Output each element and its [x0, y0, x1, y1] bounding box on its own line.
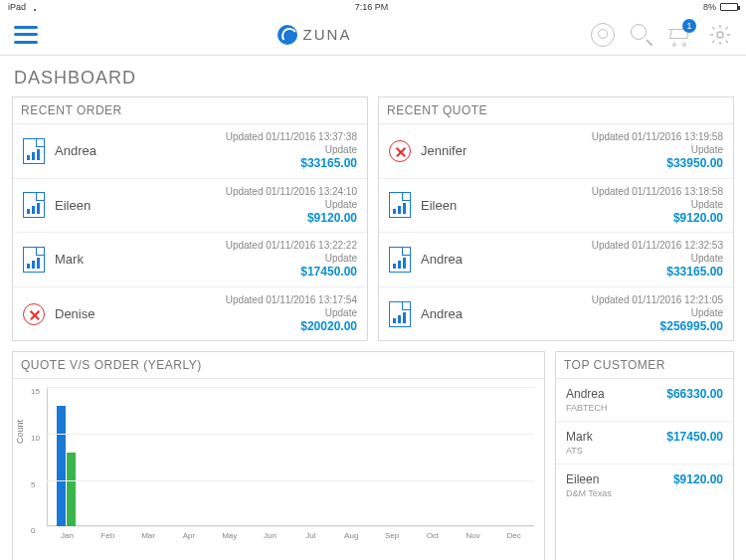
y-tick: 15	[31, 387, 40, 396]
chart-header: QUOTE V/S ORDER (YEARLY)	[13, 352, 544, 379]
list-item[interactable]: JenniferUpdated 01/11/2016 13:19:58Updat…	[379, 124, 733, 179]
list-item[interactable]: DeniseUpdated 01/11/2016 13:17:54Update$…	[13, 287, 367, 341]
list-item[interactable]: EileenUpdated 01/11/2016 13:18:58Update$…	[379, 179, 733, 234]
chart-legend: Quote Order	[13, 548, 544, 560]
page-title: DASHBOARD	[14, 68, 734, 89]
list-item[interactable]: EileenUpdated 01/11/2016 13:24:10Update$…	[13, 179, 367, 234]
item-name: Mark	[55, 252, 124, 267]
month-column: Jan	[47, 387, 88, 526]
recent-order-panel: RECENT ORDER AndreaUpdated 01/11/2016 13…	[12, 96, 368, 341]
document-chart-icon	[389, 247, 411, 273]
item-name: Andrea	[421, 306, 490, 321]
month-column: Apr	[168, 387, 209, 526]
top-bar: ZUNA 1	[0, 14, 746, 56]
customer-amount: $9120.00	[673, 472, 723, 486]
customer-name: Andrea	[566, 387, 605, 401]
customer-amount: $66330.00	[666, 387, 723, 401]
recent-quote-list: JenniferUpdated 01/11/2016 13:19:58Updat…	[379, 124, 733, 340]
item-name: Andrea	[421, 252, 490, 267]
gridline	[47, 480, 534, 481]
document-chart-icon	[389, 301, 411, 327]
cancel-icon	[389, 140, 411, 162]
item-meta: Updated 01/11/2016 13:37:38Update$33165.…	[226, 130, 357, 172]
month-column: Feb	[88, 387, 128, 526]
device-label: iPad	[8, 2, 26, 12]
item-name: Eileen	[421, 198, 490, 213]
item-name: Eileen	[55, 198, 124, 213]
y-tick: 0	[31, 526, 35, 535]
cart-badge: 1	[682, 19, 696, 33]
bar-quote	[57, 406, 66, 526]
menu-button[interactable]	[14, 26, 38, 44]
list-item[interactable]: MarkUpdated 01/11/2016 13:22:22Update$17…	[13, 233, 367, 287]
search-button[interactable]	[631, 24, 653, 46]
month-column: Sep	[372, 387, 413, 526]
x-tick: Apr	[168, 531, 209, 540]
document-chart-icon	[23, 192, 45, 218]
item-meta: Updated 01/11/2016 12:21:05Update$256995…	[592, 293, 723, 335]
month-column: Jun	[250, 387, 290, 526]
month-column: Aug	[331, 387, 372, 526]
item-meta: Updated 01/11/2016 13:24:10Update$9120.0…	[226, 185, 357, 227]
customer-company: D&M Texas	[566, 488, 723, 498]
customer-item[interactable]: Eileen$9120.00D&M Texas	[556, 465, 733, 506]
item-name: Denise	[55, 306, 124, 321]
settings-button[interactable]	[708, 23, 732, 47]
recent-order-list: AndreaUpdated 01/11/2016 13:37:38Update$…	[13, 124, 367, 340]
item-meta: Updated 01/11/2016 12:32:53Update$33165.…	[592, 239, 723, 280]
item-meta: Updated 01/11/2016 13:17:54Update$20020.…	[226, 293, 357, 335]
customer-company: FABTECH	[566, 403, 723, 413]
list-item[interactable]: AndreaUpdated 01/11/2016 12:32:53Update$…	[379, 233, 733, 287]
battery-percent: 8%	[703, 2, 716, 12]
customer-item[interactable]: Andrea$66330.00FABTECH	[556, 379, 733, 422]
profile-button[interactable]	[591, 23, 615, 47]
document-chart-icon	[23, 247, 45, 273]
x-tick: Aug	[331, 531, 372, 540]
month-column: May	[209, 387, 250, 526]
y-tick: 10	[31, 434, 40, 443]
top-customer-header: TOP CUSTOMER	[556, 352, 733, 379]
recent-order-header: RECENT ORDER	[13, 97, 367, 124]
x-tick: Jan	[47, 531, 88, 540]
item-meta: Updated 01/11/2016 13:18:58Update$9120.0…	[592, 185, 723, 227]
x-tick: Oct	[412, 531, 453, 540]
chart-area: Count JanFebMarAprMayJunJulAugSepOctNovD…	[13, 379, 544, 548]
bar-order	[67, 453, 76, 527]
list-item[interactable]: AndreaUpdated 01/11/2016 13:37:38Update$…	[13, 124, 367, 179]
month-column: Mar	[128, 387, 169, 526]
item-name: Jennifer	[421, 143, 490, 158]
customer-name: Eileen	[566, 472, 599, 486]
brand: ZUNA	[278, 25, 352, 45]
bars-area: JanFebMarAprMayJunJulAugSepOctNovDec	[47, 387, 534, 526]
wifi-icon	[30, 3, 40, 11]
customer-item[interactable]: Mark$17450.00ATS	[556, 422, 733, 465]
document-chart-icon	[389, 192, 411, 218]
recent-quote-header: RECENT QUOTE	[379, 97, 733, 124]
x-tick: Sep	[372, 531, 413, 540]
gridline	[47, 434, 534, 435]
customer-name: Mark	[566, 430, 593, 444]
x-tick: Jul	[290, 531, 331, 540]
x-tick: Mar	[128, 531, 169, 540]
month-column: Jul	[290, 387, 331, 526]
x-tick: Jun	[250, 531, 290, 540]
gridline	[47, 387, 534, 388]
clock: 7:16 PM	[355, 2, 389, 12]
month-column: Nov	[453, 387, 493, 526]
item-meta: Updated 01/11/2016 13:19:58Update$33950.…	[592, 130, 723, 172]
y-tick: 5	[31, 479, 35, 488]
svg-point-0	[717, 32, 723, 38]
document-chart-icon	[23, 138, 45, 164]
cart-button[interactable]: 1	[668, 25, 692, 45]
item-meta: Updated 01/11/2016 13:22:22Update$17450.…	[226, 239, 357, 280]
cancel-icon	[23, 303, 45, 325]
list-item[interactable]: AndreaUpdated 01/11/2016 12:21:05Update$…	[379, 287, 733, 341]
status-bar: iPad 7:16 PM 8%	[0, 0, 746, 14]
chart-panel: QUOTE V/S ORDER (YEARLY) Count JanFebMar…	[12, 351, 545, 560]
x-tick: Dec	[493, 531, 534, 540]
month-column: Oct	[412, 387, 453, 526]
recent-quote-panel: RECENT QUOTE JenniferUpdated 01/11/2016 …	[378, 96, 734, 341]
top-customer-panel: TOP CUSTOMER Andrea$66330.00FABTECHMark$…	[555, 351, 734, 560]
x-tick: May	[209, 531, 250, 540]
x-tick: Feb	[88, 531, 128, 540]
